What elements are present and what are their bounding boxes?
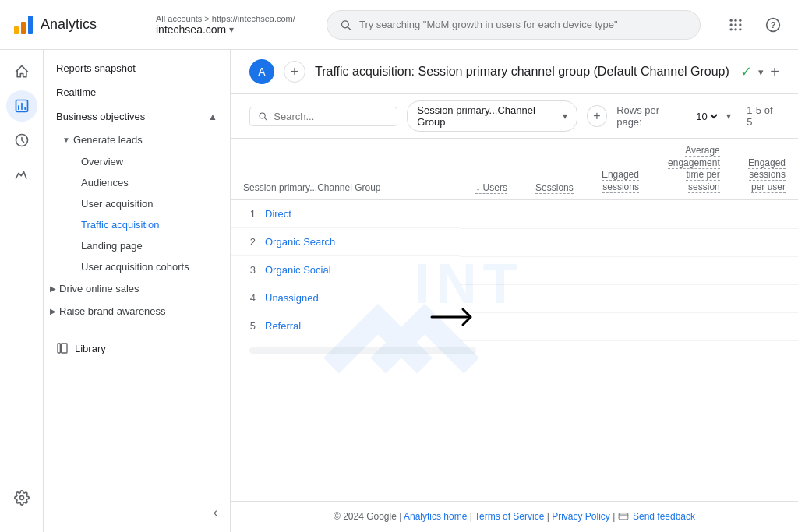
add-comparison-button[interactable]: + <box>284 61 305 83</box>
help-icon: ? <box>765 17 781 33</box>
toolbar: Session primary...Channel Group ▾ + Rows… <box>231 94 798 139</box>
dimension-selector[interactable]: Session primary...Channel Group ▾ <box>407 100 577 132</box>
search-icon <box>340 19 351 31</box>
app-title: Analytics <box>41 16 97 33</box>
main-content: A + Traffic acquisition: Session primary… <box>231 50 798 532</box>
channel-direct[interactable]: Direct <box>265 208 291 220</box>
apps-icon <box>728 17 743 33</box>
channel-organic-search[interactable]: Organic Search <box>265 236 335 248</box>
global-search[interactable] <box>327 10 701 40</box>
col-header-engaged-sessions[interactable]: Engagedsessions <box>586 139 651 200</box>
table-container: INT Session primary...Channel Group ↓ Us… <box>231 139 798 501</box>
scrollbar[interactable] <box>249 347 476 354</box>
svg-text:?: ? <box>770 19 775 30</box>
svg-rect-2 <box>28 16 33 34</box>
table-body: 1 Direct 2 Organic Search <box>231 200 798 341</box>
nav-overview[interactable]: Overview <box>56 151 230 172</box>
verified-icon: ✓ <box>740 63 752 80</box>
reports-icon <box>14 98 30 114</box>
nav-traffic-acquisition[interactable]: Traffic acquisition <box>56 214 230 235</box>
account-avatar[interactable]: A <box>249 59 274 84</box>
table-search[interactable] <box>249 107 397 126</box>
svg-rect-23 <box>62 344 67 353</box>
svg-point-13 <box>739 28 741 30</box>
search-input[interactable] <box>359 19 687 30</box>
nav-landing-page[interactable]: Landing page <box>56 235 230 256</box>
nav-drive-online-sales[interactable]: ▶ Drive online sales <box>44 277 230 300</box>
svg-point-21 <box>19 496 23 500</box>
row-num-4: 4 <box>243 292 256 304</box>
sidebar-icon-home[interactable] <box>6 56 37 87</box>
arrow-down-icon: ▼ <box>62 136 70 144</box>
rows-per-page-select[interactable]: 10 25 50 <box>693 110 720 123</box>
channel-referral[interactable]: Referral <box>265 320 301 332</box>
account-selector[interactable]: All accounts > https://intechsea.com/ in… <box>156 14 295 36</box>
nav-user-acquisition-cohorts[interactable]: User acquisition cohorts <box>56 256 230 277</box>
apps-button[interactable] <box>723 12 748 37</box>
footer-feedback[interactable]: Send feedback <box>633 511 695 522</box>
footer-analytics-home[interactable]: Analytics home <box>404 511 467 522</box>
account-name[interactable]: intechsea.com ▾ <box>156 23 295 36</box>
breadcrumb: All accounts > https://intechsea.com/ <box>156 14 295 23</box>
rows-per-page-label: Rows per page: <box>616 104 683 128</box>
sidebar-icon-advertising[interactable] <box>6 159 37 190</box>
col-header-sessions[interactable]: Sessions <box>520 139 586 200</box>
footer: © 2024 Google | Analytics home | Terms o… <box>231 501 798 532</box>
nav-business-objectives[interactable]: Business objectives ▲ <box>44 104 230 129</box>
nav-generate-leads[interactable]: ▼ Generate leads <box>56 129 230 151</box>
row-num-5: 5 <box>243 320 256 332</box>
table-search-input[interactable] <box>274 111 389 122</box>
channel-unassigned[interactable]: Unassigned <box>265 292 319 304</box>
sidebar-icon-reports[interactable] <box>6 90 37 122</box>
nav-library[interactable]: Library <box>44 336 230 361</box>
nav-realtime[interactable]: Realtime <box>44 80 230 104</box>
svg-rect-1 <box>21 22 26 34</box>
generate-leads-items: Overview Audiences User acquisition Traf… <box>56 151 230 277</box>
table-row: 3 Organic Social <box>231 256 798 284</box>
home-icon <box>14 64 30 79</box>
title-add-button[interactable]: + <box>770 63 779 81</box>
channel-organic-social[interactable]: Organic Social <box>265 264 331 276</box>
help-button[interactable]: ? <box>761 12 786 37</box>
svg-rect-22 <box>58 344 60 353</box>
chevron-up-icon: ▲ <box>208 111 217 122</box>
table-row: 4 Unassigned <box>231 284 798 312</box>
nav-user-acquisition[interactable]: User acquisition <box>56 193 230 214</box>
sidebar-icon-settings[interactable] <box>6 488 37 520</box>
generate-leads-section: ▼ Generate leads Overview Audiences User… <box>44 129 230 277</box>
collapse-button[interactable]: ‹ <box>44 499 230 526</box>
page-title: Traffic acquisition: Session primary cha… <box>315 65 731 79</box>
row-num-3: 3 <box>243 264 256 276</box>
nav-reports-snapshot[interactable]: Reports snapshot <box>44 56 230 80</box>
feedback-icon <box>618 512 629 523</box>
svg-point-8 <box>730 23 733 26</box>
footer-privacy[interactable]: Privacy Policy <box>552 511 610 522</box>
arrow-right-icon: ▶ <box>50 284 56 293</box>
col-header-engaged-sessions-per-user[interactable]: Engagedsessionsper user <box>733 139 798 200</box>
nav-audiences[interactable]: Audiences <box>56 172 230 193</box>
nav-raise-brand-awareness[interactable]: ▶ Raise brand awareness <box>44 300 230 322</box>
chevron-down-icon: ▾ <box>563 111 567 122</box>
svg-line-4 <box>348 26 350 29</box>
svg-rect-0 <box>14 26 19 34</box>
nav-divider <box>44 329 230 329</box>
add-dimension-button[interactable]: + <box>587 105 608 127</box>
col-header-avg-engagement[interactable]: Averageengagementtime persession <box>651 139 733 200</box>
row-num-1: 1 <box>243 208 256 220</box>
table-row: 5 Referral <box>231 312 798 340</box>
title-chevron[interactable]: ▾ <box>758 66 764 78</box>
analytics-logo <box>12 14 34 36</box>
svg-point-9 <box>734 23 736 26</box>
main-layout: Reports snapshot Realtime Business objec… <box>0 50 798 532</box>
collapse-icon: ‹ <box>214 506 217 520</box>
sidebar-icon-explore[interactable] <box>6 125 37 156</box>
svg-point-6 <box>734 19 736 21</box>
svg-point-5 <box>730 19 733 21</box>
col-header-users[interactable]: ↓ Users <box>460 139 519 200</box>
page-header: A + Traffic acquisition: Session primary… <box>231 50 798 94</box>
settings-icon <box>14 490 30 506</box>
icon-sidebar <box>0 50 44 532</box>
footer-terms[interactable]: Terms of Service <box>475 511 544 522</box>
row-num-2: 2 <box>243 236 256 248</box>
col-header-channel[interactable]: Session primary...Channel Group <box>231 139 460 200</box>
